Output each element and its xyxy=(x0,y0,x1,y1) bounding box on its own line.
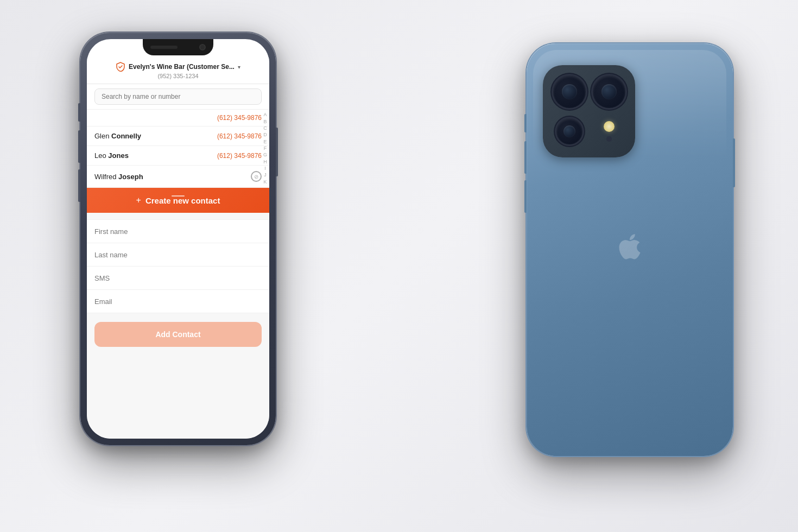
add-contact-label: Add Contact xyxy=(155,330,200,339)
volume-down-button xyxy=(78,169,80,202)
volume-up-back xyxy=(524,141,527,174)
apple-logo xyxy=(616,233,643,266)
contact-item[interactable]: (612) 345-9876 xyxy=(87,110,269,126)
mute-button xyxy=(78,103,80,122)
telephoto-lens xyxy=(593,75,625,108)
alpha-j: J xyxy=(263,173,267,178)
alpha-f: F xyxy=(263,146,267,151)
last-name-input[interactable] xyxy=(94,251,262,259)
camera-module xyxy=(543,65,635,157)
power-button xyxy=(276,128,278,176)
shield-icon xyxy=(116,62,125,72)
phone-front: Evelyn's Wine Bar (Customer Se... ▾ (952… xyxy=(80,33,276,445)
volume-down-back xyxy=(524,180,527,213)
power-button-back xyxy=(733,138,735,187)
speaker xyxy=(150,46,178,49)
alpha-i: I xyxy=(263,166,267,172)
first-name-input[interactable] xyxy=(94,227,262,236)
contact-number: (612) 345-9876 xyxy=(217,114,262,122)
contact-number: (612) 345-9876 xyxy=(217,132,262,140)
phone-front-body: Evelyn's Wine Bar (Customer Se... ▾ (952… xyxy=(80,33,276,445)
chevron-down-icon: ▾ xyxy=(238,64,240,70)
form-area: Add Contact xyxy=(87,213,269,439)
plus-icon: + xyxy=(136,195,141,205)
phone-back-body xyxy=(527,43,733,456)
email-field[interactable] xyxy=(87,290,269,313)
app-header: Evelyn's Wine Bar (Customer Se... ▾ (952… xyxy=(87,55,269,84)
main-camera-lens xyxy=(553,75,586,108)
alphabet-index: A B C D E F G H I J K xyxy=(263,110,267,188)
sms-input[interactable] xyxy=(94,274,262,282)
search-bar xyxy=(87,84,269,110)
scene: Evelyn's Wine Bar (Customer Se... ▾ (952… xyxy=(0,0,798,532)
brand-name: Evelyn's Wine Bar (Customer Se... xyxy=(129,63,235,71)
alpha-d: D xyxy=(263,132,267,138)
contact-item[interactable]: Wilfred Joseph ⊘ xyxy=(87,166,269,188)
create-contact-button[interactable]: + Create new contact xyxy=(87,188,269,213)
phone-back xyxy=(527,43,733,456)
flash-icon xyxy=(604,121,615,132)
alpha-a: A xyxy=(263,112,267,118)
sms-field[interactable] xyxy=(87,267,269,290)
drag-handle xyxy=(172,195,185,197)
front-camera xyxy=(199,44,206,50)
contact-item[interactable]: Glen Connelly (612) 345-9876 xyxy=(87,126,269,146)
alpha-b: B xyxy=(263,119,267,125)
contact-number: (612) 345-9876 xyxy=(217,152,262,160)
create-contact-label: Create new contact xyxy=(145,196,220,205)
notch xyxy=(143,39,213,55)
header-phone-number: (952) 335-1234 xyxy=(96,73,261,79)
phone-screen: Evelyn's Wine Bar (Customer Se... ▾ (952… xyxy=(87,39,269,439)
app-content: Evelyn's Wine Bar (Customer Se... ▾ (952… xyxy=(87,55,269,439)
flash-area xyxy=(604,121,615,142)
alpha-g: G xyxy=(263,153,267,158)
mute-button-back xyxy=(524,114,527,132)
alpha-c: C xyxy=(263,126,267,131)
add-contact-button[interactable]: Add Contact xyxy=(94,322,262,347)
email-input[interactable] xyxy=(94,297,262,306)
last-name-field[interactable] xyxy=(87,243,269,267)
microphone-dot xyxy=(606,136,612,142)
ultrawide-lens xyxy=(556,118,582,144)
brand-bar[interactable]: Evelyn's Wine Bar (Customer Se... ▾ xyxy=(96,62,261,72)
blocked-icon: ⊘ xyxy=(251,171,262,182)
alpha-h: H xyxy=(263,160,267,165)
contacts-list: (612) 345-9876 Glen Connelly (612) 345-9… xyxy=(87,110,269,188)
first-name-field[interactable] xyxy=(87,219,269,243)
contact-name: Wilfred Joseph xyxy=(94,173,143,181)
contact-item[interactable]: Leo Jones (612) 345-9876 xyxy=(87,146,269,166)
search-input[interactable] xyxy=(94,88,262,105)
alpha-k: K xyxy=(263,180,267,185)
alpha-e: E xyxy=(263,140,267,145)
contact-name: Glen Connelly xyxy=(94,132,141,140)
volume-up-button xyxy=(78,130,80,163)
contact-name: Leo Jones xyxy=(94,151,129,160)
